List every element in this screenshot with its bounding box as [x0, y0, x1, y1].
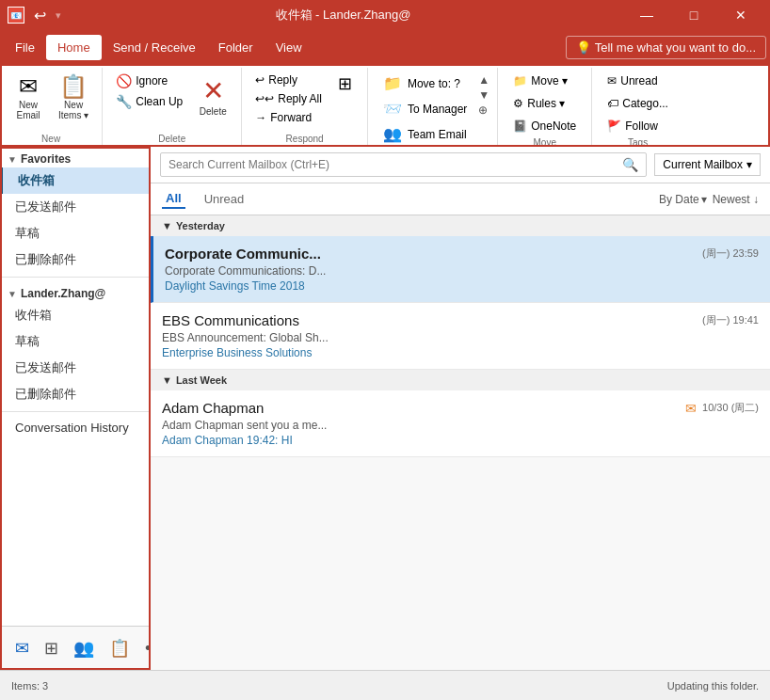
- delete-button[interactable]: ✕ Delete: [192, 72, 233, 120]
- more-nav-icon[interactable]: •••: [141, 635, 151, 662]
- team-email-label: Team Email: [408, 128, 467, 141]
- forward-button[interactable]: → Forward: [249, 109, 328, 126]
- filter-tab-all[interactable]: All: [162, 189, 185, 209]
- mailbox-dropdown[interactable]: Current Mailbox ▾: [654, 153, 761, 176]
- ribbon-group-quicksteps: 📁 Move to: ? 📨 To Manager 👥 Team Email ▲…: [368, 68, 498, 146]
- new-email-icon: ✉: [19, 73, 38, 100]
- ribbon-tags-label: Tags: [628, 135, 648, 147]
- move-icon: 📁: [513, 74, 527, 88]
- menu-send-receive[interactable]: Send / Receive: [102, 35, 207, 60]
- ribbon-delete-label: Delete: [158, 132, 185, 146]
- search-box[interactable]: 🔍: [160, 152, 647, 177]
- sidebar-item-drafts-acct[interactable]: 草稿: [0, 328, 150, 355]
- ribbon-respond-label: Respond: [286, 132, 324, 146]
- sidebar-item-sent-acct[interactable]: 已发送邮件: [0, 355, 150, 381]
- status-text: Updating this folder.: [667, 680, 759, 692]
- cleanup-icon: 🔧: [116, 94, 132, 109]
- email-item-2[interactable]: Adam Chapman ✉ 10/30 (周二) Adam Chapman s…: [151, 390, 770, 457]
- search-input[interactable]: [168, 158, 622, 171]
- rules-label: Rules ▾: [527, 97, 565, 110]
- sidebar-item-conv-history[interactable]: Conversation History: [0, 416, 150, 439]
- contacts-nav-icon[interactable]: 👥: [70, 634, 98, 662]
- calendar-nav-icon[interactable]: ⊞: [40, 634, 62, 662]
- menu-view[interactable]: View: [265, 35, 313, 60]
- new-items-button[interactable]: 📋 NewItems ▾: [53, 72, 94, 122]
- email-group-yesterday: ▼ Yesterday: [151, 215, 770, 236]
- ribbon-respond-content: ↩ Reply ↩↩ Reply All → Forward ⊞: [249, 72, 360, 132]
- sidebar-footer: ✉ ⊞ 👥 📋 •••: [0, 626, 150, 670]
- filter-tab-unread[interactable]: Unread: [201, 190, 249, 208]
- ignore-label: Ignore: [136, 74, 168, 88]
- email-header-0: Corporate Communic... (周一) 23:59: [165, 246, 759, 262]
- ribbon-qs-content: 📁 Move to: ? 📨 To Manager 👥 Team Email ▲…: [376, 72, 489, 146]
- ribbon: ✉ NewEmail 📋 NewItems ▾ New 🚫 Ignore 🔧 C…: [0, 64, 770, 147]
- sidebar-item-sent-fav[interactable]: 已发送邮件: [0, 194, 150, 220]
- email-time-1: (周一) 19:41: [702, 313, 759, 327]
- app-icon: 📧: [8, 7, 24, 24]
- menu-folder[interactable]: Folder: [207, 35, 265, 60]
- menu-file[interactable]: File: [4, 35, 46, 60]
- close-button[interactable]: ✕: [719, 0, 762, 30]
- group-label-yesterday: Yesterday: [176, 220, 225, 231]
- minimize-button[interactable]: —: [625, 0, 668, 30]
- move-button[interactable]: 📁 Move ▾: [505, 72, 584, 90]
- to-manager-button[interactable]: 📨 To Manager: [376, 97, 474, 120]
- follow-label: Follow: [625, 119, 658, 133]
- move-to-button[interactable]: 📁 Move to: ?: [376, 72, 474, 95]
- onenote-icon: 📓: [513, 119, 527, 133]
- sidebar-divider-1: [0, 277, 150, 278]
- ribbon-group-new: ✉ NewEmail 📋 NewItems ▾ New: [0, 68, 103, 146]
- maximize-button[interactable]: □: [672, 0, 715, 30]
- reply-all-label: Reply All: [278, 92, 322, 105]
- sort-by-dropdown[interactable]: By Date ▾: [659, 193, 707, 206]
- delete-label: Delete: [200, 106, 227, 117]
- mailbox-dropdown-icon: ▾: [746, 158, 752, 171]
- unread-label: Unread: [620, 74, 657, 88]
- follow-button[interactable]: 🚩 Follow: [600, 117, 676, 135]
- unread-button[interactable]: ✉ Unread: [600, 72, 676, 90]
- categorize-button[interactable]: 🏷 Catego...: [600, 94, 676, 113]
- categorize-label: Catego...: [622, 97, 668, 110]
- group-arrow-lastweek: ▼: [162, 374, 172, 386]
- rules-button[interactable]: ⚙ Rules ▾: [505, 94, 584, 113]
- reply-button[interactable]: ↩ Reply: [249, 72, 328, 88]
- email-panel: 🔍 Current Mailbox ▾ All Unread By Date ▾…: [151, 147, 770, 670]
- reply-all-icon: ↩↩: [255, 92, 274, 105]
- account-header: ▼ Lander.Zhang@: [0, 281, 150, 302]
- sidebar-item-deleted-fav[interactable]: 已删除邮件: [0, 247, 150, 273]
- sidebar-item-inbox-fav[interactable]: 收件箱: [0, 167, 150, 194]
- ignore-button[interactable]: 🚫 Ignore: [110, 72, 188, 90]
- tasks-nav-icon[interactable]: 📋: [105, 634, 134, 662]
- window-title: 收件箱 - Lander.Zhang@: [61, 7, 625, 24]
- email-item-0[interactable]: Corporate Communic... (周一) 23:59 Corpora…: [151, 236, 770, 303]
- new-email-button[interactable]: ✉ NewEmail: [8, 72, 49, 122]
- sidebar-item-inbox-acct[interactable]: 收件箱: [0, 302, 150, 328]
- cleanup-button[interactable]: 🔧 Clean Up: [110, 92, 188, 111]
- filter-sort: By Date ▾ Newest ↓: [659, 193, 759, 206]
- email-preview-0: Daylight Savings Time 2018: [165, 279, 759, 293]
- tell-input[interactable]: 💡 Tell me what you want to do...: [566, 36, 766, 59]
- menu-home[interactable]: Home: [46, 35, 102, 60]
- email-time-0: (周一) 23:59: [702, 247, 759, 261]
- qs-scroll-down[interactable]: ▼: [478, 88, 489, 102]
- group-label-lastweek: Last Week: [176, 374, 227, 386]
- email-subject-2: Adam Chapman sent you a me...: [162, 419, 759, 432]
- sort-by-label: By Date: [659, 193, 699, 206]
- mail-nav-icon[interactable]: ✉: [11, 634, 33, 662]
- reply-all-button[interactable]: ↩↩ Reply All: [249, 90, 328, 107]
- unread-icon: ✉: [607, 74, 617, 88]
- email-filter-bar: All Unread By Date ▾ Newest ↓: [151, 183, 770, 215]
- team-email-button[interactable]: 👥 Team Email: [376, 122, 474, 146]
- items-count: Items: 3: [11, 680, 48, 692]
- delete-small-col: 🚫 Ignore 🔧 Clean Up: [110, 72, 188, 111]
- sidebar-item-deleted-acct[interactable]: 已删除邮件: [0, 381, 150, 407]
- more-respond-button[interactable]: ⊞: [331, 72, 360, 96]
- undo-button[interactable]: ↩: [30, 5, 50, 26]
- qs-more[interactable]: ⊕: [478, 103, 489, 117]
- qs-scroll-up[interactable]: ▲: [478, 73, 489, 87]
- email-item-1[interactable]: EBS Communications (周一) 19:41 EBS Announ…: [151, 303, 770, 370]
- sidebar-item-drafts-fav[interactable]: 草稿: [0, 220, 150, 247]
- email-preview-1: Enterprise Business Solutions: [162, 346, 759, 359]
- email-subject-0: Corporate Communications: D...: [165, 264, 759, 278]
- onenote-button[interactable]: 📓 OneNote: [505, 117, 584, 135]
